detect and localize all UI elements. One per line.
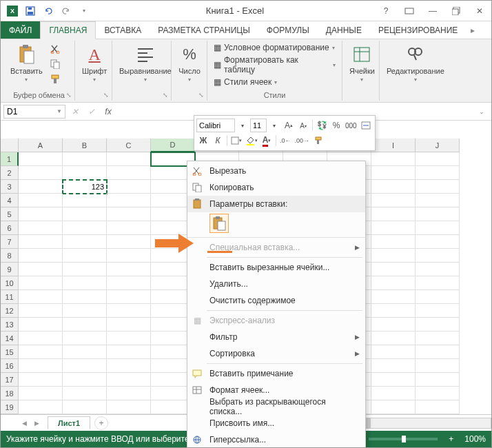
font-dialog-icon[interactable]: ⤡ <box>102 91 110 99</box>
cell[interactable] <box>107 235 151 249</box>
italic-icon[interactable]: К <box>211 134 225 147</box>
tab-data[interactable]: ДАННЫЕ <box>318 21 370 39</box>
cell[interactable] <box>107 373 151 387</box>
cell[interactable] <box>63 290 107 304</box>
cell[interactable] <box>416 304 460 318</box>
cell[interactable] <box>19 400 63 414</box>
cell[interactable] <box>371 332 416 345</box>
column-header[interactable]: J <box>416 139 460 152</box>
undo-icon[interactable] <box>41 3 56 19</box>
cell[interactable] <box>63 194 107 207</box>
fill-color-icon[interactable]: ▾ <box>244 134 259 147</box>
enter-icon[interactable]: ✓ <box>85 105 99 119</box>
mini-size-dd-icon[interactable]: ▾ <box>267 119 281 132</box>
cell[interactable] <box>63 249 107 263</box>
cell[interactable] <box>19 345 63 359</box>
row-header[interactable]: 6 <box>1 221 19 235</box>
cell[interactable] <box>63 276 107 290</box>
tabs-scroll-right-icon[interactable]: ▸ <box>466 21 480 39</box>
percent-format-icon[interactable]: % <box>329 119 343 132</box>
cell[interactable] <box>107 400 151 414</box>
column-header[interactable]: I <box>371 139 416 152</box>
cell[interactable] <box>19 290 63 304</box>
cell[interactable] <box>371 373 416 387</box>
cell[interactable] <box>19 194 63 207</box>
cell[interactable] <box>63 166 107 180</box>
cut-icon[interactable] <box>48 42 62 56</box>
cell[interactable] <box>371 207 416 221</box>
column-header[interactable]: A <box>19 139 63 152</box>
comma-format-icon[interactable]: 000 <box>344 119 358 132</box>
cell[interactable] <box>19 180 63 194</box>
ctx-insert-comment[interactable]: Вставить примечание <box>187 365 365 382</box>
tab-page-layout[interactable]: РАЗМЕТКА СТРАНИЦЫ <box>150 21 258 39</box>
cell[interactable] <box>371 276 416 290</box>
cell[interactable] <box>107 345 151 359</box>
accounting-format-icon[interactable]: 💱 <box>315 119 329 132</box>
ctx-sort[interactable]: Сортировка ▶ <box>187 345 365 362</box>
row-header[interactable]: 10 <box>1 276 19 290</box>
cell[interactable] <box>416 263 460 276</box>
cell[interactable] <box>416 276 460 290</box>
tab-home[interactable]: ГЛАВНАЯ <box>40 21 96 39</box>
cell[interactable] <box>416 345 460 359</box>
cell[interactable] <box>371 152 416 166</box>
cell[interactable] <box>107 359 151 373</box>
cell[interactable] <box>19 207 63 221</box>
alignment-dialog-icon[interactable]: ⤡ <box>161 91 170 99</box>
cell[interactable] <box>416 152 460 166</box>
cell[interactable] <box>416 400 460 414</box>
cell[interactable] <box>63 152 107 166</box>
cell[interactable] <box>107 152 151 166</box>
row-header[interactable]: 5 <box>1 207 19 221</box>
cell[interactable] <box>107 249 151 263</box>
cell[interactable] <box>107 387 151 400</box>
cell[interactable] <box>416 290 460 304</box>
formula-bar-expand-icon[interactable]: ⌄ <box>475 105 489 119</box>
tab-file[interactable]: ФАЙЛ <box>1 21 40 39</box>
number-dialog-icon[interactable]: ⤡ <box>197 91 205 99</box>
cell[interactable] <box>19 152 63 166</box>
sheet-nav-prev-icon[interactable]: ◀ <box>19 418 30 429</box>
row-header[interactable]: 2 <box>1 166 19 180</box>
format-painter-mini-icon[interactable] <box>311 134 325 147</box>
cell[interactable] <box>371 400 416 414</box>
cell[interactable] <box>107 166 151 180</box>
row-header[interactable]: 7 <box>1 235 19 249</box>
cell[interactable] <box>416 249 460 263</box>
fx-icon[interactable]: fx <box>101 105 115 119</box>
ctx-cut[interactable]: Вырезать <box>187 163 365 179</box>
cell[interactable] <box>63 345 107 359</box>
cell[interactable] <box>19 235 63 249</box>
cell[interactable] <box>19 166 63 180</box>
select-all-corner[interactable] <box>1 139 19 152</box>
cell[interactable] <box>107 318 151 332</box>
row-header[interactable]: 3 <box>1 180 19 194</box>
editing-button[interactable]: Редактирование ▾ <box>384 42 447 84</box>
row-header[interactable]: 18 <box>1 387 19 400</box>
new-sheet-button[interactable]: + <box>94 416 108 430</box>
zoom-in-button[interactable]: + <box>446 434 456 444</box>
row-header[interactable]: 4 <box>1 194 19 207</box>
cell[interactable] <box>107 304 151 318</box>
tab-insert[interactable]: ВСТАВКА <box>96 21 150 39</box>
paste-button[interactable]: Вставить ▾ <box>8 42 45 84</box>
ctx-filter[interactable]: Фильтр ▶ <box>187 329 365 345</box>
cell[interactable] <box>371 345 416 359</box>
cell[interactable] <box>19 359 63 373</box>
cell[interactable] <box>19 221 63 235</box>
cell[interactable] <box>107 194 151 207</box>
cell[interactable] <box>416 359 460 373</box>
save-icon[interactable] <box>23 3 38 19</box>
cell[interactable] <box>63 332 107 345</box>
ctx-copy[interactable]: Копировать <box>187 179 365 196</box>
number-button[interactable]: % Число ▾ <box>176 42 203 84</box>
format-painter-icon[interactable] <box>48 72 62 86</box>
bold-icon[interactable]: Ж <box>196 134 210 147</box>
qat-customize-icon[interactable]: ▾ <box>76 3 92 19</box>
cell[interactable] <box>416 373 460 387</box>
cell[interactable] <box>19 373 63 387</box>
cell[interactable] <box>63 359 107 373</box>
cell[interactable] <box>107 221 151 235</box>
ribbon-display-icon[interactable] <box>402 4 417 18</box>
